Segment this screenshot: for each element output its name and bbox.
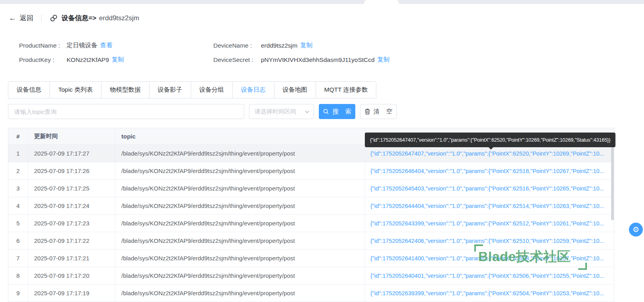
- row-payload-cell: {"id":1752052645403,"version":"1.0","par…: [365, 180, 614, 197]
- row-topic: /blade/sys/KONz2t2KfAP9/erdd9tsz2sjm/thi…: [115, 162, 365, 180]
- time-range-select[interactable]: 请选择时间区间: [249, 104, 314, 119]
- search-icon: [323, 108, 329, 115]
- trash-icon: [364, 108, 370, 115]
- copy-device-name-link[interactable]: 复制: [300, 41, 312, 50]
- row-index: 1: [8, 145, 28, 162]
- tab-0[interactable]: 设备信息: [8, 82, 50, 98]
- column-header-time: 更新时间: [28, 128, 115, 145]
- column-header-topic: topic: [115, 128, 365, 145]
- log-row: 42025-07-09 17:17:24/blade/sys/KONz2t2Kf…: [8, 197, 614, 215]
- log-row: 92025-07-09 17:17:19/blade/sys/KONz2t2Kf…: [8, 285, 614, 302]
- browser-tab-remnant: [364, 0, 399, 4]
- row-payload-link[interactable]: {"id":1752052644404,"version":"1.0","par…: [370, 203, 604, 209]
- row-topic: /blade/sys/KONz2t2KfAP9/erdd9tsz2sjm/thi…: [115, 145, 365, 162]
- search-button[interactable]: 搜 索: [319, 104, 355, 119]
- device-secret-row: DeviceSecret : pNYmVtKIVHXd3ehhSdasm9J11…: [213, 56, 390, 64]
- device-secret-value: pNYmVtKIVHXd3ehhSdasm9J11yoStCcd: [261, 56, 375, 63]
- row-payload-link[interactable]: {"id":1752052640401,"version":"1.0","par…: [370, 273, 604, 279]
- log-row: 22025-07-09 17:17:26/blade/sys/KONz2t2Kf…: [8, 162, 614, 180]
- table-body: 12025-07-09 17:17:27/blade/sys/KONz2t2Kf…: [8, 145, 614, 302]
- row-index: 7: [8, 250, 28, 267]
- device-secret-label: DeviceSecret :: [213, 56, 261, 63]
- row-payload-cell: {"id":1752052644404,"version":"1.0","par…: [365, 197, 614, 215]
- back-label: 返回: [20, 13, 33, 23]
- product-key-row: ProductKey : KONz2t2KfAP9 复制: [19, 56, 213, 64]
- tab-4[interactable]: 设备分组: [191, 82, 232, 98]
- row-topic: /blade/sys/KONz2t2KfAP9/erdd9tsz2sjm/thi…: [115, 180, 365, 197]
- view-link[interactable]: 查看: [100, 41, 113, 50]
- row-topic: /blade/sys/KONz2t2KfAP9/erdd9tsz2sjm/thi…: [115, 267, 365, 285]
- row-payload-link[interactable]: {"id":1752052646404,"version":"1.0","par…: [370, 168, 604, 174]
- copy-device-secret-link[interactable]: 复制: [378, 56, 390, 64]
- row-payload-link[interactable]: {"id":1752052647407,"version":"1.0","par…: [370, 150, 604, 157]
- page-title: 设备信息=>: [61, 13, 96, 23]
- device-name-row: DeviceName : erdd9tsz2sjm 复制: [213, 41, 390, 50]
- device-name-value: erdd9tsz2sjm: [261, 42, 297, 49]
- chevron-down-icon: [305, 109, 310, 114]
- log-row: 12025-07-09 17:17:27/blade/sys/KONz2t2Kf…: [8, 145, 614, 162]
- row-update-time: 2025-07-09 17:17:22: [28, 232, 115, 250]
- product-name-row: ProductName : 定日镜设备 查看: [19, 41, 213, 50]
- log-row: 82025-07-09 17:17:20/blade/sys/KONz2t2Kf…: [8, 267, 614, 285]
- row-update-time: 2025-07-09 17:17:21: [28, 250, 115, 267]
- row-payload-cell: {"id":1752052639399,"version":"1.0","par…: [365, 285, 614, 302]
- tab-5[interactable]: 设备日志: [232, 82, 274, 98]
- table-scrollbar-thumb[interactable]: [611, 146, 614, 220]
- row-topic: /blade/sys/KONz2t2KfAP9/erdd9tsz2sjm/thi…: [115, 250, 365, 267]
- clear-button[interactable]: 清 空: [360, 104, 397, 119]
- tab-6[interactable]: 设备地图: [274, 82, 316, 98]
- log-row: 32025-07-09 17:17:25/blade/sys/KONz2t2Kf…: [8, 180, 614, 197]
- row-update-time: 2025-07-09 17:17:24: [28, 197, 115, 215]
- tab-7[interactable]: MQTT 连接参数: [316, 82, 376, 98]
- device-name-label: DeviceName :: [213, 42, 261, 49]
- log-row: 72025-07-09 17:17:21/blade/sys/KONz2t2Kf…: [8, 250, 614, 267]
- tab-3[interactable]: 设备影子: [149, 82, 191, 98]
- row-index: 2: [8, 162, 28, 180]
- copy-product-key-link[interactable]: 复制: [112, 56, 124, 64]
- device-id: erdd9tsz2sjm: [99, 14, 139, 22]
- row-index: 4: [8, 197, 28, 215]
- settings-fab-button[interactable]: ⚙: [629, 223, 643, 237]
- tab-2[interactable]: 物模型数据: [101, 82, 149, 98]
- log-row: 52025-07-09 17:17:23/blade/sys/KONz2t2Kf…: [8, 215, 614, 232]
- search-toolbar: 请选择时间区间 搜 索 清 空: [8, 104, 397, 119]
- row-update-time: 2025-07-09 17:17:25: [28, 180, 115, 197]
- product-name-label: ProductName :: [19, 42, 67, 49]
- page-header: ← 返回 设备信息=> erdd9tsz2sjm: [9, 13, 139, 23]
- row-payload-cell: {"id":1752052643399,"version":"1.0","par…: [365, 215, 614, 232]
- tab-bar: 设备信息Topic 类列表物模型数据设备影子设备分组设备日志设备地图MQTT 连…: [8, 81, 376, 98]
- row-payload-cell: {"id":1752052640401,"version":"1.0","par…: [365, 267, 614, 285]
- row-payload-link[interactable]: {"id":1752052641400,"version":"1.0","par…: [370, 255, 604, 262]
- row-update-time: 2025-07-09 17:17:19: [28, 285, 115, 302]
- row-topic: /blade/sys/KONz2t2KfAP9/erdd9tsz2sjm/thi…: [115, 197, 365, 215]
- row-topic: /blade/sys/KONz2t2KfAP9/erdd9tsz2sjm/thi…: [115, 232, 365, 250]
- tooltip-arrow: [488, 147, 494, 150]
- browser-top-strip: [0, 0, 644, 4]
- row-update-time: 2025-07-09 17:17:27: [28, 145, 115, 162]
- product-key-value: KONz2t2KfAP9: [67, 56, 109, 63]
- row-payload-link[interactable]: {"id":1752052642406,"version":"1.0","par…: [370, 238, 604, 244]
- row-index: 5: [8, 215, 28, 232]
- row-index: 3: [8, 180, 28, 197]
- tab-1[interactable]: Topic 类列表: [50, 82, 101, 98]
- link-icon: [50, 14, 58, 22]
- log-row: 62025-07-09 17:17:22/blade/sys/KONz2t2Kf…: [8, 232, 614, 250]
- row-payload-link[interactable]: {"id":1752052643399,"version":"1.0","par…: [370, 220, 604, 227]
- clear-button-label: 清 空: [374, 108, 395, 116]
- row-update-time: 2025-07-09 17:17:23: [28, 215, 115, 232]
- topic-search-input[interactable]: [8, 104, 244, 119]
- product-name-value: 定日镜设备: [67, 41, 98, 50]
- back-button[interactable]: ← 返回: [9, 13, 33, 23]
- row-payload-cell: {"id":1752052641400,"version":"1.0","par…: [365, 250, 614, 267]
- row-update-time: 2025-07-09 17:17:26: [28, 162, 115, 180]
- row-topic: /blade/sys/KONz2t2KfAP9/erdd9tsz2sjm/thi…: [115, 285, 365, 302]
- device-log-table: # 更新时间 topic 12025-07-09 17:17:27/blade/…: [8, 128, 614, 302]
- gear-icon: ⚙: [632, 225, 639, 234]
- row-payload-link[interactable]: {"id":1752052645403,"version":"1.0","par…: [370, 185, 604, 192]
- search-button-label: 搜 索: [332, 108, 353, 116]
- time-range-placeholder: 请选择时间区间: [255, 108, 296, 115]
- row-payload-link[interactable]: {"id":1752052639399,"version":"1.0","par…: [370, 290, 604, 296]
- row-payload-cell: {"id":1752052642406,"version":"1.0","par…: [365, 232, 614, 250]
- row-update-time: 2025-07-09 17:17:20: [28, 267, 115, 285]
- device-info-section: ProductName : 定日镜设备 查看 DeviceName : erdd…: [19, 41, 390, 64]
